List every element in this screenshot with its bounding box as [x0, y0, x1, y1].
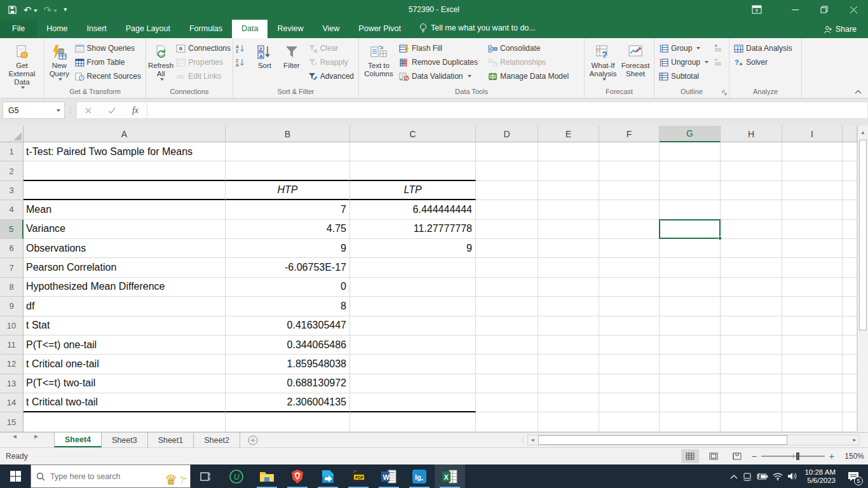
cell-I7[interactable] [782, 258, 843, 277]
row-header-6[interactable]: 6 [0, 239, 24, 258]
ribbon-display-options-button[interactable] [742, 0, 771, 19]
cell-D7[interactable] [476, 258, 538, 277]
cell-I11[interactable] [782, 336, 843, 355]
cell-C5[interactable]: 11.27777778 [350, 220, 476, 239]
cell-H1[interactable] [721, 142, 782, 161]
horizontal-scrollbar[interactable]: ◄ ► [527, 435, 860, 445]
cell-I2[interactable] [782, 161, 843, 180]
data-validation-button[interactable]: Data Validation [397, 69, 480, 83]
consolidate-button[interactable]: Consolidate [485, 41, 571, 55]
cell-H13[interactable] [721, 374, 782, 393]
cell-G6[interactable] [660, 239, 721, 258]
cell-D12[interactable] [476, 355, 538, 374]
close-button[interactable] [839, 0, 868, 19]
new-query-button[interactable]: New Query [46, 40, 72, 81]
cell-E2[interactable] [538, 161, 599, 180]
cell-F9[interactable] [599, 297, 660, 316]
get-external-data-button[interactable]: Get External Data [2, 40, 42, 89]
sheet-tab-sheet1[interactable]: Sheet1 [148, 433, 194, 447]
cancel-entry-icon[interactable] [85, 107, 92, 114]
column-header-A[interactable]: A [24, 126, 226, 142]
cell-D5[interactable] [476, 220, 538, 239]
cell-H14[interactable] [721, 393, 782, 412]
cell-D4[interactable] [476, 200, 538, 219]
cell-B11[interactable]: 0.344065486 [226, 336, 350, 355]
cell-F1[interactable] [599, 142, 660, 161]
formula-input[interactable] [147, 102, 868, 119]
tab-page-layout[interactable]: Page Layout [116, 20, 180, 38]
cell-G14[interactable] [660, 393, 721, 412]
cell-G4[interactable] [660, 200, 721, 219]
cell-G15[interactable] [660, 412, 721, 431]
cell-E1[interactable] [538, 142, 599, 161]
horizontal-scroll-thumb[interactable] [538, 435, 787, 445]
sheet-nav-left-icon[interactable]: ◄ [5, 433, 24, 440]
cell-B9[interactable]: 8 [226, 297, 350, 316]
cell-I9[interactable] [782, 297, 843, 316]
cell-C2[interactable] [350, 161, 476, 180]
cell-C1[interactable] [350, 142, 476, 161]
cell-B4[interactable]: 7 [226, 200, 350, 219]
cell-E5[interactable] [538, 220, 599, 239]
cell-B10[interactable]: 0.416305447 [226, 316, 350, 336]
page-break-view-button[interactable] [728, 449, 746, 463]
tab-insert[interactable]: Insert [78, 20, 116, 38]
row-header-3[interactable]: 3 [0, 181, 24, 200]
sort-button[interactable]: ZA Sort [252, 40, 278, 70]
page-layout-view-button[interactable] [705, 449, 722, 463]
column-header-F[interactable]: F [599, 126, 660, 142]
sheet-tab-sheet4[interactable]: Sheet4 [54, 433, 102, 447]
cell-C10[interactable] [350, 316, 476, 336]
select-all-corner[interactable] [0, 126, 24, 142]
column-header-D[interactable]: D [476, 126, 538, 142]
cell-I14[interactable] [782, 393, 843, 412]
cell-G12[interactable] [660, 355, 721, 374]
manage-data-model-button[interactable]: Manage Data Model [485, 69, 571, 83]
restore-button[interactable] [810, 0, 839, 19]
zoom-in-icon[interactable]: + [829, 451, 834, 461]
cell-G1[interactable] [660, 142, 721, 161]
cell-C6[interactable]: 9 [350, 239, 476, 258]
share-button[interactable]: Share [817, 22, 863, 36]
arrow-app[interactable] [313, 464, 343, 488]
row-header-7[interactable]: 7 [0, 258, 24, 277]
cell-A7[interactable]: Pearson Correlation [24, 258, 226, 277]
cell-E8[interactable] [538, 278, 599, 297]
zoom-slider[interactable]: − + [752, 451, 834, 461]
search-input[interactable] [50, 472, 152, 481]
tab-file[interactable]: File [0, 20, 37, 38]
column-header-H[interactable]: H [721, 126, 782, 142]
cell-C15[interactable] [350, 412, 476, 431]
row-header-15[interactable]: 15 [0, 412, 24, 431]
cell-A2[interactable] [24, 161, 226, 180]
cell-E3[interactable] [538, 181, 599, 200]
brave-browser-app[interactable] [282, 464, 313, 488]
vertical-scroll-thumb[interactable] [859, 140, 867, 330]
action-center-button[interactable]: 5 [843, 464, 864, 488]
cell-D2[interactable] [476, 161, 538, 180]
cell-C11[interactable] [350, 336, 476, 355]
cell-D6[interactable] [476, 239, 538, 258]
cell-G7[interactable] [660, 258, 721, 277]
refresh-all-button[interactable]: Refresh All [148, 40, 173, 81]
tray-expand-icon[interactable] [730, 474, 738, 479]
minimize-button[interactable] [780, 0, 810, 19]
cell-A11[interactable]: P(T<=t) one-tail [24, 336, 226, 355]
row-header-11[interactable]: 11 [0, 336, 24, 355]
scroll-up-icon[interactable]: ▲ [858, 126, 868, 139]
column-header-B[interactable]: B [226, 126, 350, 142]
cell-E9[interactable] [538, 297, 599, 316]
cell-D13[interactable] [476, 374, 538, 393]
cell-H15[interactable] [721, 412, 782, 431]
row-header-2[interactable]: 2 [0, 161, 24, 180]
cell-F3[interactable] [599, 181, 660, 200]
volume-icon[interactable] [787, 472, 797, 480]
cell-G11[interactable] [660, 336, 721, 355]
subtotal-button[interactable]: +- Subtotal [656, 69, 711, 83]
cell-B5[interactable]: 4.75 [226, 220, 350, 239]
tab-scroll-splitter[interactable]: ⋮ [520, 433, 526, 447]
show-queries-button[interactable]: Show Queries [72, 41, 144, 55]
filter-button[interactable]: Filter [278, 40, 305, 70]
cell-H6[interactable] [721, 239, 782, 258]
cell-C3[interactable]: LTP [350, 181, 476, 200]
